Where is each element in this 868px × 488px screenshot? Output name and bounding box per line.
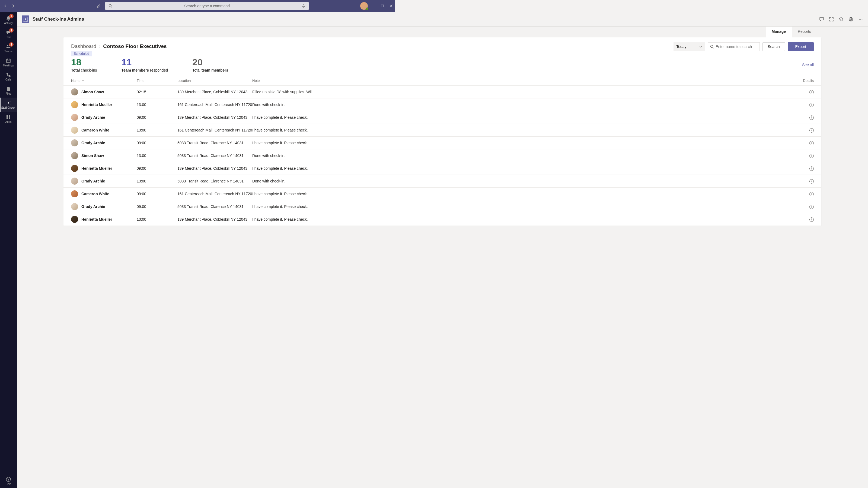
avatar bbox=[71, 101, 78, 108]
row-name: Simon Shaw bbox=[82, 154, 104, 158]
svg-rect-9 bbox=[9, 115, 10, 117]
nav-back-button[interactable] bbox=[2, 3, 9, 9]
svg-rect-2 bbox=[381, 5, 384, 7]
rail-chat[interactable]: 1 Chat bbox=[0, 27, 17, 41]
rail-meetings[interactable]: Meetings bbox=[0, 55, 17, 69]
stat-label: Total check-ins bbox=[71, 68, 97, 72]
window-maximize-button[interactable] bbox=[381, 4, 384, 8]
row-name: Simon Shaw bbox=[82, 90, 104, 94]
table-row[interactable]: Grady Archie 09:00 5033 Transit Road, Cl… bbox=[63, 200, 395, 213]
table-header: Name Time Location Note Details bbox=[63, 76, 395, 86]
table-row[interactable]: Simon Shaw 02:15 139 Merchant Place, Cob… bbox=[63, 86, 395, 98]
file-icon bbox=[6, 86, 11, 92]
table-row[interactable]: Grady Archie 13:00 5033 Transit Road, Cl… bbox=[63, 175, 395, 188]
user-avatar[interactable] bbox=[360, 2, 368, 10]
row-location: 161 Centereach Mall, Centereach NY 11720 bbox=[177, 192, 252, 196]
global-search[interactable]: Search or type a command bbox=[105, 2, 309, 10]
col-header-note[interactable]: Note bbox=[252, 78, 395, 83]
stat-members-responded: 11 Team members responded bbox=[121, 57, 168, 72]
svg-rect-11 bbox=[9, 118, 10, 119]
presence-available-icon bbox=[366, 8, 368, 10]
row-time: 13:00 bbox=[137, 128, 177, 132]
svg-point-0 bbox=[109, 5, 112, 7]
avatar bbox=[71, 177, 78, 185]
calendar-icon bbox=[6, 58, 11, 63]
table-row[interactable]: Grady Archie 09:00 139 Merchant Place, C… bbox=[63, 111, 395, 124]
row-location: 5033 Transit Road, Clarence NY 14031 bbox=[177, 204, 252, 209]
row-note: I have complete it. Please check. bbox=[252, 204, 395, 209]
row-location: 139 Merchant Place, Cobleskill NY 12043 bbox=[177, 115, 252, 120]
dashboard-card: Dashboard › Contoso Floor Executives Sch… bbox=[63, 37, 395, 222]
status-chip: Scheduled bbox=[71, 51, 92, 56]
mic-icon[interactable] bbox=[302, 4, 305, 8]
apps-icon bbox=[6, 115, 11, 120]
row-time: 09:00 bbox=[137, 192, 177, 196]
row-note: I have complete it. Please check. bbox=[252, 192, 395, 196]
row-name: Henrietta Mueller bbox=[82, 102, 112, 107]
stat-value: 20 bbox=[192, 57, 228, 67]
nav-forward-button[interactable] bbox=[10, 3, 16, 9]
stat-value: 18 bbox=[71, 57, 97, 67]
row-note: I have complete it. Please check. bbox=[252, 141, 395, 145]
row-time: 09:00 bbox=[137, 166, 177, 170]
window-minimize-button[interactable] bbox=[372, 4, 375, 8]
rail-teams[interactable]: 1 Teams bbox=[0, 41, 17, 55]
row-time: 13:00 bbox=[137, 179, 177, 183]
svg-point-7 bbox=[8, 102, 9, 103]
compose-icon[interactable] bbox=[94, 2, 103, 10]
table-row[interactable]: Cameron White 13:00 161 Centereach Mall,… bbox=[63, 124, 395, 137]
row-time: 09:00 bbox=[137, 204, 177, 209]
row-location: 139 Merchant Place, Cobleskill NY 12043 bbox=[177, 90, 252, 94]
row-location: 139 Merchant Place, Cobleskill NY 12043 bbox=[177, 166, 252, 170]
content-area: Dashboard › Contoso Floor Executives Sch… bbox=[17, 37, 395, 222]
row-location: 5033 Transit Road, Clarence NY 14031 bbox=[177, 141, 252, 145]
rail-activity[interactable]: 2 Activity bbox=[0, 13, 17, 27]
table-row[interactable]: Henrietta Mueller 13:00 161 Centereach M… bbox=[63, 98, 395, 111]
row-time: 02:15 bbox=[137, 90, 177, 94]
row-time: 09:00 bbox=[137, 115, 177, 120]
row-name: Henrietta Mueller bbox=[82, 217, 112, 222]
row-location: 139 Merchant Place, Cobleskill NY 12043 bbox=[177, 217, 252, 222]
stat-label: Total team members bbox=[192, 68, 228, 72]
checkins-table: Name Time Location Note Details Simon Sh… bbox=[63, 76, 395, 222]
activity-badge: 2 bbox=[9, 14, 13, 19]
window-close-button[interactable] bbox=[390, 4, 393, 8]
avatar bbox=[71, 139, 78, 147]
breadcrumb-current: Contoso Floor Executives bbox=[103, 43, 166, 50]
rail-apps[interactable]: Apps bbox=[0, 112, 17, 126]
row-time: 13:00 bbox=[137, 102, 177, 107]
svg-rect-8 bbox=[6, 115, 8, 117]
row-note: I have complete it. Please check. bbox=[252, 217, 395, 222]
rail-label: Activity bbox=[4, 22, 13, 25]
stat-label: Team members responded bbox=[121, 68, 168, 72]
row-note: Done with check-in. bbox=[252, 154, 395, 158]
row-time: 13:00 bbox=[137, 217, 177, 222]
col-header-location[interactable]: Location bbox=[177, 78, 252, 83]
col-header-time[interactable]: Time bbox=[137, 78, 177, 83]
table-row[interactable]: Grady Archie 09:00 5033 Transit Road, Cl… bbox=[63, 137, 395, 150]
rail-label: Files bbox=[5, 92, 11, 95]
stats-row: 18 Total check-ins 11 Team members respo… bbox=[63, 51, 395, 76]
phone-icon bbox=[6, 72, 11, 77]
rail-staff-checkins[interactable]: Staff Check- bbox=[0, 98, 17, 112]
chevron-right-icon: › bbox=[99, 44, 100, 49]
location-pin-icon bbox=[6, 100, 11, 106]
breadcrumb-root[interactable]: Dashboard bbox=[71, 43, 96, 50]
col-header-name[interactable]: Name bbox=[71, 78, 137, 83]
table-row[interactable]: Cameron White 09:00 161 Centereach Mall,… bbox=[63, 188, 395, 200]
stat-total-checkins: 18 Total check-ins bbox=[71, 57, 97, 72]
stat-total-members: 20 Total team members bbox=[192, 57, 228, 72]
rail-files[interactable]: Files bbox=[0, 84, 17, 98]
table-row[interactable]: Henrietta Mueller 13:00 139 Merchant Pla… bbox=[63, 213, 395, 222]
rail-calls[interactable]: Calls bbox=[0, 69, 17, 84]
table-row[interactable]: Simon Shaw 13:00 5033 Transit Road, Clar… bbox=[63, 150, 395, 162]
svg-rect-1 bbox=[303, 4, 304, 6]
row-time: 13:00 bbox=[137, 154, 177, 158]
table-row[interactable]: Henrietta Mueller 09:00 139 Merchant Pla… bbox=[63, 162, 395, 175]
teams-badge: 1 bbox=[9, 42, 13, 46]
row-name: Grady Archie bbox=[82, 141, 105, 145]
row-note: I have complete it. Please check. bbox=[252, 128, 395, 132]
row-name: Grady Archie bbox=[82, 204, 105, 209]
row-name: Grady Archie bbox=[82, 115, 105, 120]
chat-badge: 1 bbox=[9, 28, 13, 33]
